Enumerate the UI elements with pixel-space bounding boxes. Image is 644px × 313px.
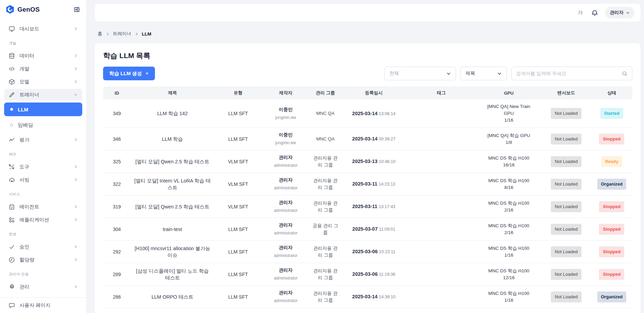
user-menu-button[interactable]: 관리자 xyxy=(605,7,635,18)
row-title[interactable]: [멀티 모달] Qwen 2.5 학습 테스트 xyxy=(131,150,214,173)
table-row[interactable]: 283 VLM 학습 2 VLM SFT 이중민 jungmin.lee MNC… xyxy=(103,308,632,313)
row-creator-name: 관리자 xyxy=(264,289,307,296)
table-row[interactable]: 346 LLM 학습 LLM SFT 이중민 jungmin.lee MNC Q… xyxy=(103,128,632,150)
sidebar-item-dashboard[interactable]: 대시보드 xyxy=(4,23,82,35)
sidebar-item-user-page[interactable]: 사용자 페이지 xyxy=(0,297,86,313)
row-group: MNC QA xyxy=(310,99,341,128)
col-creator: 제작자 xyxy=(262,86,310,99)
sidebar-label: 데이터 xyxy=(19,53,74,59)
row-datetime: 2025-03-0711:09:01 xyxy=(341,218,406,241)
database-icon xyxy=(9,53,15,59)
row-date: 2025-03-07 xyxy=(352,226,377,232)
row-datetime: 2025-03-1414:39:10 xyxy=(341,286,406,308)
table-row[interactable]: 289 [삼성 디스플레이] 멀티 노드 학습 테스트 LLM SFT 관리자 … xyxy=(103,263,632,286)
tensorboard-badge: Not Loaded xyxy=(551,224,581,235)
notification-bell-icon[interactable] xyxy=(591,9,598,16)
row-gpu: MNC DS 학습 H100 16/16 xyxy=(476,150,541,173)
chevron-right-icon xyxy=(74,27,78,31)
sidebar-item-model[interactable]: 모델 xyxy=(4,76,82,87)
row-tag xyxy=(406,195,476,218)
breadcrumb-trainer[interactable]: 트레이너 xyxy=(113,31,131,37)
search-input[interactable] xyxy=(516,71,622,76)
row-title[interactable]: LLM 학습 142 xyxy=(131,99,214,128)
chevron-right-icon xyxy=(74,67,78,71)
row-gpu: MNC DS 학습 H100 12/16 xyxy=(476,263,541,286)
table-row[interactable]: 322 [멀티 모달] Intern VL LoRA 학습 테스트 VLM SF… xyxy=(103,173,632,195)
row-creator-name: 이중민 xyxy=(264,106,307,113)
sidebar-item-tools[interactable]: 도구 xyxy=(4,161,82,173)
row-title[interactable]: train-test xyxy=(131,218,214,241)
search-icon[interactable] xyxy=(622,71,628,77)
tensorboard-badge: Not Loaded xyxy=(551,201,581,212)
row-tensorboard: Not Loaded xyxy=(541,263,591,286)
row-time: 10:23:11 xyxy=(379,249,396,254)
page-title: 학습 LLM 목록 xyxy=(103,51,632,60)
row-title[interactable]: [멀티 모달] Intern VL LoRA 학습 테스트 xyxy=(131,173,214,195)
sidebar-label: 할당량 xyxy=(19,257,74,263)
row-id: 292 xyxy=(103,241,131,263)
sidebar-subitem-llm[interactable]: LLM xyxy=(4,103,82,116)
table-row[interactable]: 349 LLM 학습 142 LLM SFT 이중민 jungmin.lee M… xyxy=(103,99,632,128)
sidebar-item-application[interactable]: 애플리케이션 xyxy=(4,214,82,226)
row-tensorboard: Not Loaded xyxy=(541,286,591,308)
sidebar-item-quota[interactable]: 할당량 xyxy=(4,254,82,266)
tensorboard-badge: Not Loaded xyxy=(551,291,581,302)
row-title[interactable]: [삼성 디스플레이] 멀티 노드 학습 테스트 xyxy=(131,263,214,286)
row-type: VLM SFT xyxy=(214,308,262,313)
row-tag xyxy=(406,128,476,150)
sidebar-item-evaluation[interactable]: 평가 xyxy=(4,134,82,146)
sidebar-collapse-icon[interactable] xyxy=(73,6,80,13)
row-date: 2025-03-13 xyxy=(352,159,377,164)
row-status: Organized xyxy=(591,308,632,313)
sidebar-label: 도구 xyxy=(19,164,74,170)
tensorboard-badge: Not Loaded xyxy=(551,269,581,280)
row-type: VLM SFT xyxy=(214,173,262,195)
sidebar-subitem-embedding[interactable]: 임베딩 xyxy=(4,118,82,132)
status-badge: Stopped xyxy=(599,201,624,212)
status-badge: Stopped xyxy=(599,246,624,257)
filter-category-select[interactable]: 전체 xyxy=(384,67,456,80)
cloud-icon xyxy=(9,177,15,183)
row-title[interactable]: LLM ORPO 테스트 xyxy=(131,286,214,308)
row-time: 11:09:01 xyxy=(379,227,396,232)
row-title[interactable]: [H100] mncsvr11 allocation 불가능 이슈 xyxy=(131,241,214,263)
row-title[interactable]: [멀티 모달] Qwen 2.5 학습 테스트 xyxy=(131,195,214,218)
row-title[interactable]: VLM 학습 2 xyxy=(131,308,214,313)
sidebar-item-approval[interactable]: 승인 xyxy=(4,241,82,253)
sidebar-item-serving[interactable]: 서빙 xyxy=(4,174,82,186)
table-row[interactable]: 319 [멀티 모달] Qwen 2.5 학습 테스트 VLM SFT 관리자 … xyxy=(103,195,632,218)
table-row[interactable]: 325 [멀티 모달] Qwen 2.5 학습 테스트 VLM SFT 관리자 … xyxy=(103,150,632,173)
create-llm-button[interactable]: 학습 LLM 생성 + xyxy=(103,67,155,80)
row-creator: 관리자 administrator xyxy=(262,241,310,263)
row-tensorboard: Not Loaded xyxy=(541,173,591,195)
row-time: 10:46:10 xyxy=(379,159,396,164)
sidebar-label: 관리 xyxy=(19,284,74,290)
table-row[interactable]: 286 LLM ORPO 테스트 LLM SFT 관리자 administrat… xyxy=(103,286,632,308)
breadcrumb-home[interactable]: 홈 xyxy=(98,31,102,37)
table-row[interactable]: 292 [H100] mncsvr11 allocation 불가능 이슈 LL… xyxy=(103,241,632,263)
sidebar-item-agent[interactable]: 에이전트 xyxy=(4,201,82,213)
chevron-right-icon xyxy=(74,205,78,209)
row-tensorboard: Not Loaded xyxy=(541,218,591,241)
tools-icon xyxy=(9,164,15,170)
row-datetime: 2025-03-1113:17:43 xyxy=(341,195,406,218)
row-tag xyxy=(406,173,476,195)
sidebar-item-trainer[interactable]: 트레이너 xyxy=(4,89,82,100)
row-tensorboard: Not Loaded xyxy=(541,128,591,150)
chevron-right-icon xyxy=(74,245,78,249)
row-creator-username: administrator xyxy=(264,230,307,236)
row-title[interactable]: LLM 학습 xyxy=(131,128,214,150)
sidebar-item-data[interactable]: 데이터 xyxy=(4,50,82,62)
sidebar-item-develop[interactable]: 개발 xyxy=(4,63,82,74)
filter-field-select[interactable]: 제목 xyxy=(460,67,507,80)
row-time: 11:19:36 xyxy=(379,272,396,277)
chevron-right-icon xyxy=(74,54,78,58)
table-row[interactable]: 304 train-test LLM SFT 관리자 administrator… xyxy=(103,218,632,241)
row-tensorboard: Not Loaded xyxy=(541,99,591,128)
col-title: 제목 xyxy=(131,86,214,99)
font-size-toggle[interactable]: 가 xyxy=(578,10,583,16)
brand-name: GenOS xyxy=(17,6,73,13)
active-bullet-icon xyxy=(10,108,13,111)
row-type: LLM SFT xyxy=(214,263,262,286)
sidebar-item-admin[interactable]: 관리 xyxy=(4,281,82,292)
